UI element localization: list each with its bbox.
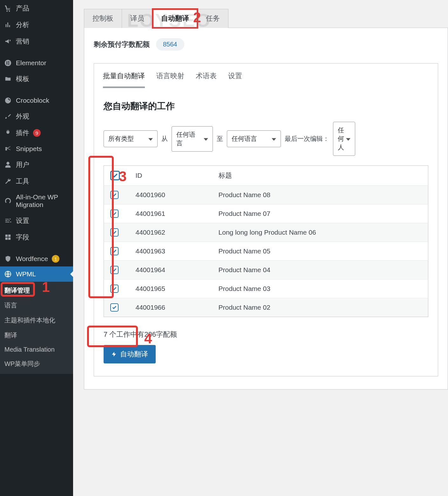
elementor-icon (4, 59, 12, 66)
table-row: 44001961Product Name 07 (104, 204, 428, 223)
sidebar-item-brush[interactable]: 外观 (0, 108, 73, 125)
sidebar-item-label: WPML (16, 270, 36, 278)
sidebar-item-cart[interactable]: 产品 (0, 0, 73, 17)
col-id: ID (129, 166, 212, 186)
subtab[interactable]: 语言映射 (156, 71, 184, 88)
row-checkbox[interactable] (110, 228, 119, 237)
subtab[interactable]: 设置 (228, 71, 242, 88)
grid-icon (4, 234, 12, 241)
table-row: 44001960Product Name 08 (104, 186, 428, 204)
table-row: 44001966Product Name 02 (104, 298, 428, 317)
sidebar-item-label: Wordfence (16, 255, 48, 263)
check-icon (112, 172, 118, 179)
top-tab[interactable]: 控制板 (84, 9, 122, 28)
row-id: 44001963 (129, 242, 212, 261)
sidebar-item-label: Crocoblock (16, 97, 49, 104)
sidebar-item-label: 工具 (16, 177, 29, 186)
subtabs: 批量自动翻译语言映射术语表设置 (94, 64, 438, 88)
main-content: 控制板译员自动翻译任务 剩余预付字数配额 8564 批量自动翻译语言映射术语表设… (73, 0, 448, 496)
croco-icon (4, 97, 12, 104)
row-id: 44001966 (129, 298, 212, 317)
check-icon (112, 230, 117, 235)
sidebar-item-sliders[interactable]: 设置 (0, 212, 73, 229)
sidebar-item-plug[interactable]: 插件9 (0, 125, 73, 141)
folder-icon (4, 75, 12, 82)
row-checkbox[interactable] (110, 285, 119, 293)
sidebar-item-label: 产品 (16, 4, 29, 13)
check-icon (112, 286, 117, 291)
subtab[interactable]: 批量自动翻译 (103, 71, 145, 88)
quota-value[interactable]: 8564 (156, 38, 184, 51)
row-checkbox[interactable] (110, 247, 119, 255)
sidebar-item-megaphone[interactable]: 营销 (0, 33, 73, 50)
sidebar-item-wrench[interactable]: 工具 (0, 173, 73, 189)
row-checkbox[interactable] (110, 303, 119, 312)
badge: 9 (33, 129, 41, 137)
row-id: 44001965 (129, 279, 212, 298)
table-row: 44001963Product Name 05 (104, 242, 428, 261)
row-title: Product Name 08 (212, 186, 428, 204)
table-row: 44001964Product Name 04 (104, 261, 428, 279)
select-all-checkbox[interactable] (110, 171, 120, 180)
cart-icon (4, 5, 12, 12)
svg-rect-4 (8, 64, 10, 65)
auto-translate-button[interactable]: 自动翻译 (104, 345, 156, 363)
sidebar-item-shield[interactable]: Wordfence1 (0, 251, 73, 266)
sidebar-item-spinner[interactable]: All-in-One WP Migration (0, 189, 73, 212)
top-tab[interactable]: 译员 (122, 9, 153, 28)
filter-to-lang-select[interactable]: 任何语言 (227, 130, 281, 147)
table-row: 44001965Product Name 03 (104, 279, 428, 298)
spinner-icon (4, 197, 12, 204)
sidebar-item-label: Elementor (16, 59, 46, 67)
sidebar-item-label: 外观 (16, 112, 29, 121)
row-id: 44001960 (129, 186, 212, 204)
top-tab[interactable]: 任务 (197, 9, 228, 28)
top-tabs: 控制板译员自动翻译任务 (84, 9, 448, 28)
sidebar-item-grid[interactable]: 字段 (0, 229, 73, 245)
sidebar-item-label: 插件 (16, 128, 29, 137)
to-label: 至 (217, 134, 223, 143)
row-title: Product Name 07 (212, 204, 428, 223)
submenu-item[interactable]: 翻译 (0, 328, 73, 343)
table-row: 44001962Long long long Product Name 06 (104, 223, 428, 242)
badge: 1 (52, 255, 59, 263)
row-checkbox[interactable] (110, 191, 119, 199)
sidebar-item-bars[interactable]: 分析 (0, 17, 73, 33)
sidebar-item-label: All-in-One WP Migration (16, 193, 69, 209)
filter-last-edit-select[interactable]: 任何人 (333, 122, 355, 156)
megaphone-icon (4, 38, 12, 45)
globe-icon (4, 271, 12, 278)
sidebar-item-scissors[interactable]: Snippets (0, 141, 73, 156)
sidebar-item-folder[interactable]: 模板 (0, 71, 73, 87)
subtab[interactable]: 术语表 (196, 71, 217, 88)
sidebar-item-user[interactable]: 用户 (0, 156, 73, 173)
from-label: 从 (161, 134, 168, 143)
row-id: 44001961 (129, 204, 212, 223)
sidebar-item-elementor[interactable]: Elementor (0, 55, 73, 71)
top-tab[interactable]: 自动翻译 (153, 9, 198, 28)
filter-type-select[interactable]: 所有类型 (104, 130, 158, 147)
submenu-item[interactable]: 翻译管理 (0, 283, 73, 298)
sidebar-item-label: 分析 (16, 20, 29, 29)
submenu-item[interactable]: 主题和插件本地化 (0, 313, 73, 328)
check-icon (112, 305, 117, 310)
last-edit-label: 最后一次编辑： (285, 134, 329, 143)
row-checkbox[interactable] (110, 210, 119, 218)
row-title: Long long long Product Name 06 (212, 223, 428, 242)
sidebar-item-label: Snippets (16, 145, 42, 153)
submenu-item[interactable]: 语言 (0, 298, 73, 313)
check-icon (112, 267, 117, 272)
sidebar-item-label: 设置 (16, 216, 29, 225)
filters-row: 所有类型 从 任何语言 至 任何语言 最后一次编辑： 任何人 (104, 122, 428, 156)
submenu-item[interactable]: Media Translation (0, 343, 73, 356)
check-icon (112, 249, 117, 254)
sidebar-item-globe[interactable]: WPML (0, 266, 73, 282)
sidebar-item-label: 用户 (16, 160, 29, 169)
check-icon (112, 211, 117, 216)
row-title: Product Name 02 (212, 298, 428, 317)
sidebar-item-croco[interactable]: Crocoblock (0, 93, 73, 108)
row-checkbox[interactable] (110, 266, 119, 274)
submenu-item[interactable]: WP菜单同步 (0, 356, 73, 371)
filter-from-lang-select[interactable]: 任何语言 (172, 126, 213, 152)
quota-label: 剩余预付字数配额 (94, 40, 150, 49)
